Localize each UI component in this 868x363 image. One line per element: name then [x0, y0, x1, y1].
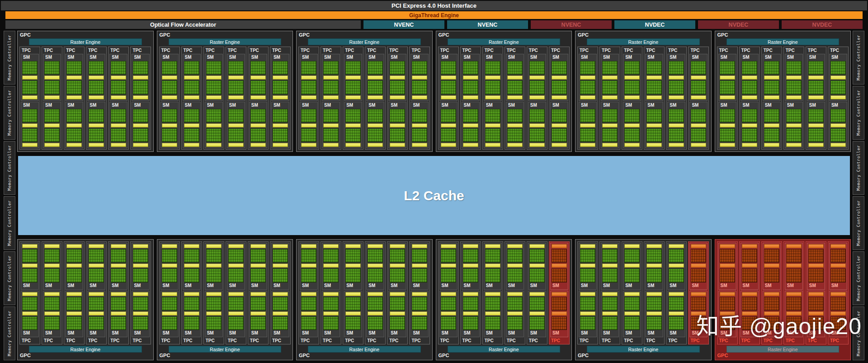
sm-cache-bar: [764, 123, 779, 127]
sm-core-block: [250, 249, 266, 263]
sm-cache-bar: [786, 143, 802, 147]
sm-cache-bar: [830, 311, 846, 316]
tpc: TPCSMSM: [203, 241, 224, 344]
sm-core-block: [646, 128, 662, 142]
sm-cache-bar: [323, 264, 339, 268]
sm-core-block: [580, 316, 595, 330]
sm-cache-bar: [44, 123, 60, 127]
sm-core-block: [133, 80, 148, 94]
tpc-label: TPC: [182, 47, 201, 53]
sm-cache-bar: [412, 95, 427, 99]
sm-core-block: [44, 80, 60, 94]
sm-label: SM: [273, 55, 288, 61]
tpc: TPCSMSM: [688, 241, 709, 344]
sm-core-block: [808, 316, 824, 330]
sm-cache-bar: [441, 292, 456, 296]
sm-cache-bar: [646, 292, 662, 296]
sm: SM: [87, 291, 105, 338]
sm: SM: [300, 54, 318, 101]
sm-core-block: [390, 249, 405, 263]
sm-core-block: [162, 109, 177, 123]
sm-cache-bar: [206, 244, 222, 248]
tpc: TPCSMSM: [226, 241, 246, 344]
sm-cache-bar: [646, 95, 662, 99]
tpc: TPCSMSM: [761, 241, 782, 344]
sm: SM: [183, 54, 201, 101]
sm-core-block: [368, 109, 383, 123]
sm-core-block: [412, 269, 427, 282]
sm: SM: [667, 54, 685, 101]
sm-cache-bar: [808, 264, 824, 268]
l2-cache-block: L2 Cache: [18, 156, 850, 235]
sm: SM: [344, 291, 362, 338]
sm-cache-bar: [646, 123, 662, 127]
sm: SM: [205, 243, 223, 290]
sm-core-block: [742, 80, 757, 94]
sm-core-block: [552, 61, 567, 75]
sm-label: SM: [44, 330, 60, 336]
sm-core-block: [602, 297, 618, 311]
sm-label: SM: [830, 103, 846, 108]
sm-core-block: [323, 297, 339, 311]
tpc-label: TPC: [461, 47, 480, 53]
tpc-row: TPCSMSMTPCSMSMTPCSMSMTPCSMSMTPCSMSMTPCSM…: [19, 240, 152, 344]
sm-label: SM: [184, 55, 199, 61]
tpc-row: TPCSMSMTPCSMSMTPCSMSMTPCSMSMTPCSMSMTPCSM…: [717, 240, 849, 344]
sm-core-block: [273, 297, 288, 311]
sm: SM: [484, 54, 502, 101]
sm-cache-bar: [808, 244, 824, 248]
tpc: TPCSMSM: [42, 241, 62, 344]
sm-cache-bar: [786, 123, 802, 127]
sm-label: SM: [580, 55, 595, 61]
sm-core-block: [786, 109, 802, 123]
sm-core-block: [463, 61, 478, 75]
nvenc-block: NVENC: [363, 20, 444, 29]
sm: SM: [366, 102, 384, 149]
gpc: GPCRaster EngineTPCSMSMTPCSMSMTPCSMSMTPC…: [575, 31, 712, 152]
sm-cache-bar: [808, 95, 824, 99]
sm-core-block: [111, 80, 126, 94]
sm-core-block: [412, 80, 427, 94]
sm: SM: [227, 54, 245, 101]
sm: SM: [132, 243, 150, 290]
sm-label: SM: [485, 283, 500, 289]
sm-core-block: [602, 269, 618, 282]
sm-core-block: [390, 269, 405, 282]
sm-core-block: [162, 80, 177, 94]
tpc-label: TPC: [271, 338, 290, 344]
sm: SM: [462, 54, 480, 101]
sm: SM: [667, 243, 685, 290]
sm-core-block: [412, 297, 427, 311]
gpc-row-top: GPCRaster EngineTPCSMSMTPCSMSMTPCSMSMTPC…: [17, 31, 851, 152]
tpc: TPCSMSM: [806, 241, 826, 344]
sm-cache-bar: [624, 123, 640, 127]
sm-label: SM: [412, 103, 427, 108]
tpc-label: TPC: [410, 47, 429, 53]
sm-cache-bar: [463, 123, 478, 127]
sm-cache-bar: [808, 75, 824, 80]
sm-cache-bar: [646, 143, 662, 147]
sm-cache-bar: [273, 75, 288, 80]
optical-flow-accelerator-bar: Optical Flow Accelerator: [5, 20, 361, 29]
sm-cache-bar: [552, 123, 567, 127]
sm-label: SM: [390, 330, 405, 336]
sm-cache-bar: [529, 264, 545, 268]
sm-core-block: [250, 297, 266, 311]
tpc: TPCSMSM: [783, 241, 804, 344]
sm-label: SM: [691, 283, 706, 289]
sm-cache-bar: [89, 123, 104, 127]
gpc: GPCRaster EngineTPCSMSMTPCSMSMTPCSMSMTPC…: [715, 31, 851, 152]
tpc-label: TPC: [160, 47, 179, 53]
sm: SM: [550, 291, 568, 338]
sm-core-block: [323, 80, 339, 94]
sm-core-block: [345, 61, 361, 75]
tpc: TPCSMSM: [203, 47, 224, 150]
sm-core-block: [345, 128, 361, 142]
sm-cache-bar: [441, 123, 456, 127]
sm-label: SM: [184, 103, 199, 108]
sm-core-block: [507, 109, 523, 123]
sm-core-block: [441, 80, 456, 94]
sm-label: SM: [368, 55, 383, 61]
sm: SM: [410, 291, 429, 338]
memory-controller-label: Memory Controller: [7, 35, 12, 80]
